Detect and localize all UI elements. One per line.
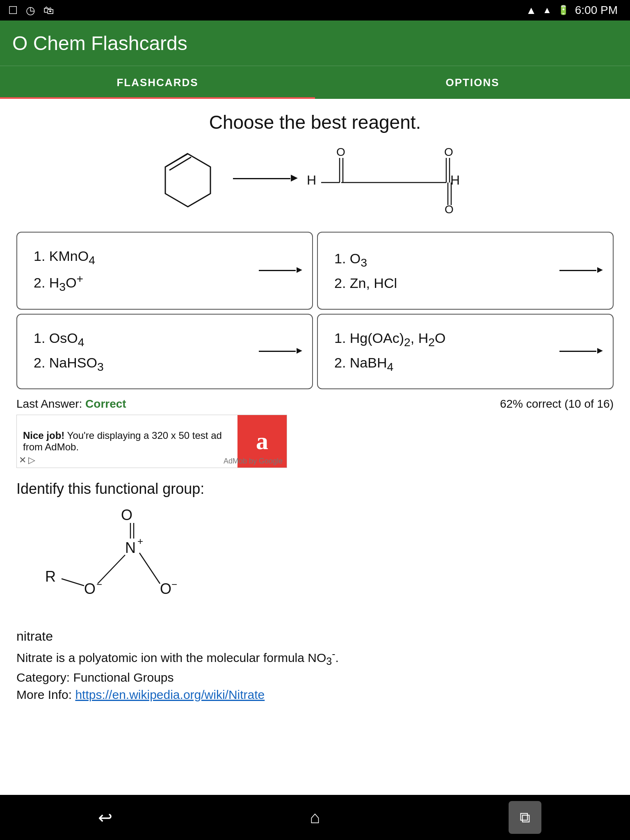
home-icon: ⌂ bbox=[310, 808, 320, 827]
recents-icon: ⧉ bbox=[520, 809, 530, 826]
option-b-arrow bbox=[559, 270, 596, 271]
app-title: O Chem Flashcards bbox=[12, 32, 187, 55]
nitrate-svg: O N + R O − O − bbox=[41, 506, 246, 621]
answer-name: nitrate bbox=[16, 629, 614, 644]
next-question-prompt: Identify this functional group: bbox=[16, 480, 614, 498]
tab-options[interactable]: OPTIONS bbox=[315, 66, 630, 99]
svg-text:H: H bbox=[307, 173, 316, 187]
svg-text:H: H bbox=[450, 173, 460, 187]
svg-line-32 bbox=[139, 553, 160, 584]
cyclohexene-svg bbox=[155, 148, 221, 209]
status-left-icons: ☐ ◷ 🛍 bbox=[8, 0, 54, 21]
signal-icon: ▲ bbox=[543, 5, 552, 16]
ad-icon-letter: a bbox=[256, 427, 268, 455]
ad-footer: AdMob by Google bbox=[224, 457, 283, 466]
svg-line-1 bbox=[166, 153, 188, 167]
svg-text:O: O bbox=[121, 507, 132, 523]
reaction-arrow bbox=[233, 178, 290, 179]
more-info-link[interactable]: https://en.wikipedia.org/wiki/Nitrate bbox=[75, 688, 265, 701]
ad-content: Nice job! You're displaying a 320 x 50 t… bbox=[17, 424, 237, 459]
time-display: 6:00 PM bbox=[575, 4, 618, 17]
svg-line-31 bbox=[98, 555, 125, 584]
bag-icon: 🛍 bbox=[43, 4, 54, 17]
svg-text:+: + bbox=[137, 536, 143, 547]
back-icon: ↩ bbox=[98, 808, 112, 828]
option-a-arrow bbox=[259, 270, 296, 271]
option-a-text: 1. KMnO4 2. H3O+ bbox=[34, 245, 95, 297]
svg-text:R: R bbox=[45, 568, 56, 585]
svg-line-2 bbox=[169, 157, 191, 170]
status-bar: ☐ ◷ 🛍 ▲ ▲ 🔋 6:00 PM bbox=[0, 0, 630, 21]
svg-text:N: N bbox=[125, 539, 136, 556]
bottom-nav: ↩ ⌂ ⧉ bbox=[0, 795, 630, 840]
option-d-text: 1. Hg(OAc)2, H2O 2. NaBH4 bbox=[334, 327, 445, 376]
answer-category: Category: Functional Groups bbox=[16, 671, 614, 685]
wifi-icon: ▲ bbox=[526, 4, 536, 17]
status-row: Last Answer: Correct 62% correct (10 of … bbox=[16, 397, 614, 411]
option-d-arrow bbox=[559, 351, 596, 352]
notification-icon: ☐ bbox=[8, 4, 18, 17]
main-content: Choose the best reagent. H O bbox=[0, 99, 630, 717]
ad-text: Nice job! You're displaying a 320 x 50 t… bbox=[23, 430, 231, 453]
nitrate-structure: O N + R O − O − bbox=[41, 506, 614, 621]
alarm-icon: ◷ bbox=[26, 4, 35, 17]
battery-icon: 🔋 bbox=[558, 5, 569, 16]
tab-flashcards[interactable]: FLASHCARDS bbox=[0, 66, 315, 99]
svg-text:O: O bbox=[160, 580, 171, 597]
svg-text:O: O bbox=[84, 580, 96, 597]
back-button[interactable]: ↩ bbox=[89, 801, 121, 834]
home-button[interactable]: ⌂ bbox=[299, 801, 331, 834]
option-c-arrow bbox=[259, 351, 296, 352]
answer-more-info: More Info: https://en.wikipedia.org/wiki… bbox=[16, 688, 614, 702]
option-c[interactable]: 1. OsO4 2. NaHSO3 bbox=[16, 314, 313, 389]
product-svg: H O O H O bbox=[303, 142, 475, 215]
ad-banner: Nice job! You're displaying a 320 x 50 t… bbox=[16, 415, 287, 468]
option-c-text: 1. OsO4 2. NaHSO3 bbox=[34, 327, 104, 376]
answer-description: Nitrate is a polyatomic ion with the mol… bbox=[16, 648, 614, 667]
option-a[interactable]: 1. KMnO4 2. H3O+ bbox=[16, 232, 313, 310]
close-x[interactable]: ✕ bbox=[19, 455, 26, 466]
svg-text:O: O bbox=[445, 203, 454, 215]
score-display: 62% correct (10 of 16) bbox=[500, 397, 614, 411]
recents-button[interactable]: ⧉ bbox=[509, 801, 541, 834]
ad-close-button[interactable]: ✕ ▷ bbox=[19, 455, 35, 466]
last-answer-value: Correct bbox=[85, 397, 126, 410]
question-prompt: Choose the best reagent. bbox=[16, 111, 614, 133]
tabs-container: FLASHCARDS OPTIONS bbox=[0, 66, 630, 99]
status-right-icons: ▲ ▲ 🔋 6:00 PM bbox=[526, 4, 618, 17]
svg-text:O: O bbox=[336, 146, 345, 158]
option-d[interactable]: 1. Hg(OAc)2, H2O 2. NaBH4 bbox=[317, 314, 614, 389]
svg-marker-0 bbox=[165, 154, 210, 207]
svg-line-30 bbox=[62, 579, 84, 586]
svg-text:O: O bbox=[444, 146, 453, 158]
forward-icon[interactable]: ▷ bbox=[28, 455, 35, 466]
last-answer: Last Answer: Correct bbox=[16, 397, 126, 411]
option-b-text: 1. O3 2. Zn, HCl bbox=[334, 247, 397, 294]
option-b[interactable]: 1. O3 2. Zn, HCl bbox=[317, 232, 614, 310]
reaction-diagram: H O O H O bbox=[16, 142, 614, 215]
options-grid: 1. KMnO4 2. H3O+ 1. O3 2. Zn, HCl 1. OsO… bbox=[16, 232, 614, 389]
svg-text:−: − bbox=[171, 579, 177, 590]
app-bar: O Chem Flashcards bbox=[0, 21, 630, 66]
